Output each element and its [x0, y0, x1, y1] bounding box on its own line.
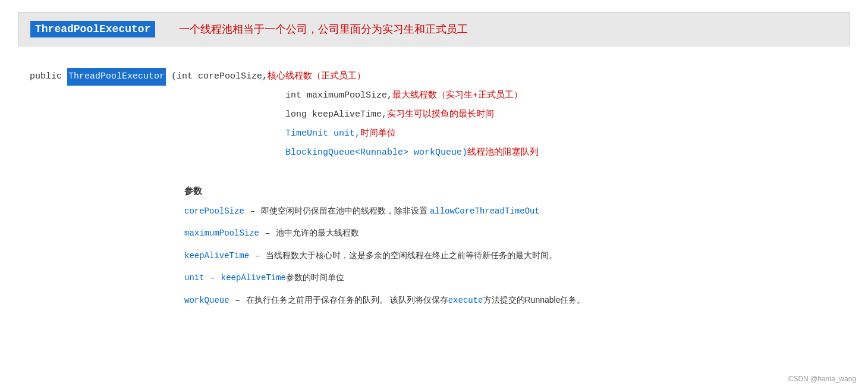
- param-dash-5: –: [235, 296, 240, 305]
- footer-text: CSDN @hania_wang: [788, 375, 856, 383]
- code-line-2: int maximumPoolSize, 最大线程数（实习生+正式员工）: [30, 86, 850, 105]
- code-line3-code: long keepAliveTime,: [285, 106, 387, 124]
- param-dash-2: –: [265, 228, 270, 238]
- param-desc-corePoolSize: 即使空闲时仍保留在池中的线程数，除非设置 allowCoreThreadTime…: [261, 206, 540, 215]
- param-desc-workQueue: 在执行任务之前用于保存任务的队列。 该队列将仅保存execute方法提交的Run…: [246, 295, 586, 305]
- param-code-keepAliveTime: keepAliveTime: [221, 273, 286, 283]
- code-line4-comment: 时间单位: [360, 124, 396, 142]
- param-name-maximumPoolSize: maximumPoolSize: [184, 228, 259, 238]
- code-line-5: BlockingQueue<Runnable> workQueue) 线程池的阻…: [30, 143, 850, 162]
- code-class-highlight: ThreadPoolExecutor: [67, 68, 166, 86]
- param-item-keepAliveTime: keepAliveTime – 当线程数大于核心时，这是多余的空闲线程在终止之前…: [184, 249, 838, 262]
- param-item-unit: unit – keepAliveTime参数的时间单位: [184, 271, 838, 284]
- code-line4-code: TimeUnit unit,: [285, 125, 360, 143]
- code-line2-code: int maximumPoolSize,: [285, 87, 392, 105]
- param-desc-unit: keepAliveTime参数的时间单位: [221, 272, 344, 282]
- code-line5-comment: 线程池的阻塞队列: [467, 143, 539, 161]
- code-line3-comment: 实习生可以摸鱼的最长时间: [387, 105, 494, 123]
- footer: CSDN @hania_wang: [788, 375, 856, 383]
- code-line1-comment: 核心线程数（正式员工）: [268, 67, 366, 84]
- params-section: 参数 corePoolSize – 即使空闲时仍保留在池中的线程数，除非设置 a…: [18, 180, 850, 321]
- param-item-corePoolSize: corePoolSize – 即使空闲时仍保留在池中的线程数，除非设置 allo…: [184, 204, 838, 218]
- param-item-workQueue: workQueue – 在执行任务之前用于保存任务的队列。 该队列将仅保存exe…: [184, 293, 838, 307]
- header-banner: ThreadPoolExecutor 一个线程池相当于一个公司，公司里面分为实习…: [18, 12, 850, 46]
- code-line2-comment: 最大线程数（实习生+正式员工）: [392, 86, 523, 103]
- param-dash-1: –: [250, 206, 255, 216]
- code-line-4: TimeUnit unit, 时间单位: [30, 124, 850, 143]
- param-code-execute: execute: [448, 296, 483, 305]
- code-public: public: [30, 68, 67, 86]
- param-item-maximumPoolSize: maximumPoolSize – 池中允许的最大线程数: [184, 226, 838, 240]
- header-title: ThreadPoolExecutor: [30, 21, 155, 37]
- param-code-allowCoreThreadTimeOut: allowCoreThreadTimeOut: [430, 206, 540, 216]
- code-section: public ThreadPoolExecutor (int corePoolS…: [18, 61, 850, 168]
- param-name-corePoolSize: corePoolSize: [184, 206, 244, 216]
- param-desc-keepAliveTime: 当线程数大于核心时，这是多余的空闲线程在终止之前等待新任务的最大时间。: [266, 250, 557, 260]
- header-subtitle: 一个线程池相当于一个公司，公司里面分为实习生和正式员工: [179, 22, 468, 36]
- code-line-3: long keepAliveTime, 实习生可以摸鱼的最长时间: [30, 105, 850, 124]
- param-dash-4: –: [210, 273, 215, 283]
- code-line5-code: BlockingQueue<Runnable> workQueue): [285, 144, 467, 162]
- param-desc-maximumPoolSize: 池中允许的最大线程数: [276, 228, 359, 237]
- param-name-unit: unit: [184, 273, 205, 283]
- param-name-keepAliveTime: keepAliveTime: [184, 251, 249, 261]
- param-name-workQueue: workQueue: [184, 296, 229, 305]
- code-line-1: public ThreadPoolExecutor (int corePoolS…: [30, 67, 850, 86]
- param-dash-3: –: [255, 251, 260, 261]
- params-title: 参数: [184, 186, 838, 197]
- code-line1-params: (int corePoolSize,: [166, 68, 268, 86]
